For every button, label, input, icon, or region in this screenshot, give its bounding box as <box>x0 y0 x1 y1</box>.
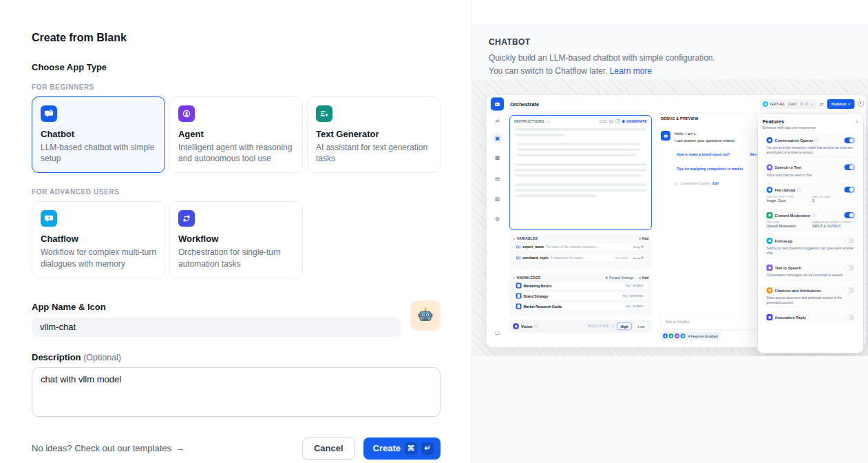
generate-button: GENERATE <box>622 119 647 123</box>
feature-item-content-moderation: Content Moderation i PROVIDER OpenAI Mod… <box>763 209 858 232</box>
shot-sidebar: ⇄ ▣ ▦ ▤ ▧ ◍ ▢ <box>487 113 508 348</box>
beginner-cards: Chatbot LLM-based chatbot with simple se… <box>32 96 441 173</box>
rerank-label: Rerank Settings <box>609 276 634 280</box>
chat-input-placeholder: Talk to DifyBot <box>666 320 690 324</box>
add-knowledge-button: + Add <box>639 276 648 280</box>
skeleton-line <box>515 163 646 166</box>
features-title: Features <box>763 119 784 125</box>
variable-desc: A placeholder for topics... <box>550 256 613 260</box>
sidebar-orchestrate-icon: ▣ <box>492 133 502 143</box>
description-textarea[interactable]: chat with vllm model <box>32 367 441 417</box>
compare-models-icon: ⇄ <box>820 101 824 107</box>
card-desc: AI assistant for text generation tasks <box>316 142 432 164</box>
templates-link[interactable]: No ideas? Check out our templates → <box>32 443 184 453</box>
app-type-card-chatbot[interactable]: Chatbot LLM-based chatbot with simple se… <box>32 96 165 173</box>
agent-icon <box>178 105 195 122</box>
learn-more-link[interactable]: Learn more <box>610 66 652 76</box>
chevron-down-icon: ∨ <box>811 102 814 106</box>
app-type-card-workflow[interactable]: Workflow Orchestration for single-turn a… <box>169 201 303 278</box>
version-history-icon <box>858 101 865 107</box>
preview-image-area: Orchestrate GPT-4o CHAT ∨ ⇄ <box>472 79 868 356</box>
vision-icon <box>513 323 519 329</box>
collapse-icon: ∨ <box>513 276 515 279</box>
info-icon: i <box>547 119 551 123</box>
app-icon-picker[interactable] <box>410 300 441 331</box>
feature-title: Annotation Reply <box>775 316 807 320</box>
collapse-icon: ∨ <box>513 236 515 240</box>
generate-label: GENERATE <box>626 119 647 123</box>
char-count: 2182 <box>600 119 607 123</box>
card-title: Workflow <box>178 234 294 244</box>
toggle-on <box>845 137 855 143</box>
feature-item-conversation-opener: Conversation Opener i You are an entity … <box>763 134 858 158</box>
create-form-panel: Create from Blank Choose App Type FOR BE… <box>0 0 472 463</box>
sidebar-swap-icon: ⇄ <box>492 116 502 126</box>
add-variable-button: + Add <box>639 236 648 240</box>
dataset-tag: HQ · HYBRID <box>624 283 646 288</box>
feature-dot-icon <box>663 333 668 338</box>
app-type-card-agent[interactable]: Agent Intelligent agent with reasoning a… <box>169 96 303 173</box>
resolution-high-pill: High <box>617 322 632 330</box>
model-name: GPT-4o <box>770 101 785 106</box>
meta-key: MAX UPLOADS <box>812 195 854 198</box>
meta-value: Image, Docs <box>767 198 813 203</box>
variable-row: {x} expert_name The name of the strategi… <box>513 243 648 251</box>
feature-desc: You are an entity extraction model that … <box>767 145 855 154</box>
card-desc: Workflow for complex multi-turn dialogue… <box>41 247 156 269</box>
choose-app-type-label: Choose App Type <box>32 62 441 72</box>
toggle-on <box>845 165 855 171</box>
meta-value: INPUT & OUTPUT <box>812 224 854 228</box>
app-type-card-text-generator[interactable]: Text Generator AI assistant for text gen… <box>307 96 441 173</box>
dataset-tag: HQ · INVERTED <box>621 294 646 298</box>
rerank-settings: ⇅ Rerank Settings <box>605 276 634 280</box>
settings-icon <box>805 103 809 106</box>
info-icon: i <box>611 325 615 329</box>
feature-title: File Upload <box>775 187 796 192</box>
meta-value: OpenAI Moderation <box>767 224 813 228</box>
toggle-off <box>845 314 855 320</box>
panel-lower-space <box>472 356 868 463</box>
bot-avatar <box>661 131 670 141</box>
cards-spacer <box>307 201 441 278</box>
page-title: Create from Blank <box>32 32 441 44</box>
grid-icon <box>642 257 644 259</box>
suggested-question: Tips for analyzing competitors in market <box>677 167 743 171</box>
variables-panel: ∨ VARIABLES + Add {x} expert_name The na… <box>509 234 652 269</box>
temperature-icon <box>801 103 804 106</box>
variable-type: String <box>633 256 640 260</box>
knowledge-title: KNOWLEDGE <box>517 276 541 280</box>
instructions-skeleton <box>510 124 651 201</box>
vision-label: Vision <box>521 325 532 329</box>
knowledge-panel: ∨ KNOWLEDGE ⇅ Rerank Settings + Add Mark… <box>509 273 652 316</box>
variable-icon: {x} <box>516 256 521 260</box>
resolution-low-pill: Low <box>634 322 648 330</box>
variable-name: unrelated_topic <box>522 256 548 260</box>
sidebar-bottom-icon: ▢ <box>492 327 502 338</box>
feature-desc: Show source document and attributed sect… <box>767 296 855 305</box>
workflow-icon <box>178 210 195 227</box>
copy-icon <box>615 119 619 123</box>
create-button[interactable]: Create ⌘ ↵ <box>363 438 441 460</box>
rerank-icon: ⇅ <box>605 276 608 280</box>
advanced-cards: Chatflow Workflow for complex multi-turn… <box>32 201 441 278</box>
feature-title: Citations and Attributions <box>775 288 821 292</box>
app-type-intro: CHATBOT Quickly build an LLM-based chatb… <box>472 25 868 79</box>
cancel-button[interactable]: Cancel <box>302 438 355 460</box>
card-desc: Intelligent agent with reasoning and aut… <box>178 142 294 164</box>
feature-item-annotation-reply: Annotation Reply <box>763 311 858 324</box>
info-icon: i <box>534 325 538 329</box>
app-type-card-chatflow[interactable]: Chatflow Workflow for complex multi-turn… <box>32 201 165 278</box>
app-name-input[interactable] <box>32 318 401 337</box>
feature-item-text-to-speech: Text to Speech Conversation messages can… <box>763 261 858 281</box>
info-icon: i <box>797 188 801 192</box>
toggle-off <box>845 265 855 271</box>
card-title: Agent <box>178 129 294 139</box>
card-title: Chatflow <box>41 234 156 244</box>
suggested-question-cut: Bes <box>750 152 756 156</box>
dataset-icon <box>516 294 522 299</box>
sidebar-notes-icon: ▧ <box>492 194 502 204</box>
feature-dot-icon <box>681 333 686 338</box>
description-section: Description (Optional) chat with vllm mo… <box>32 352 441 420</box>
skeleton-line <box>517 143 641 146</box>
knowledge-row: Market Research Guide HQ · HYBRID <box>513 302 648 311</box>
